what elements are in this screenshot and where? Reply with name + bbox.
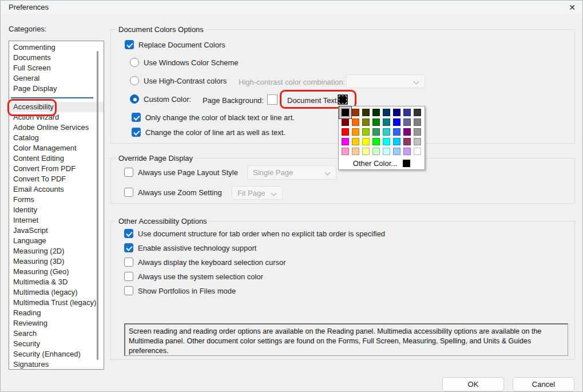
palette-swatch-0000FF[interactable] [393,118,400,126]
zoom-setting-select[interactable]: Fit Page [232,186,283,200]
sidebar-item-forms[interactable]: Forms [9,195,104,205]
sidebar-item-accessibility[interactable]: Accessibility [9,102,104,112]
palette-swatch-CCFFFF[interactable] [383,148,390,155]
palette-swatch-FF99CC[interactable] [342,148,349,155]
palette-swatch-333300[interactable] [362,109,370,116]
palette-swatch-FFFF00[interactable] [362,138,370,145]
palette-swatch-FF0000[interactable] [342,128,349,136]
sidebar-item-measuring-3d[interactable]: Measuring (3D) [9,256,104,267]
sidebar-item-javascript[interactable]: JavaScript [9,225,104,236]
palette-swatch-33CCCC[interactable] [383,128,390,136]
always-display-the-keyboard-selection-cursor-label: Always display the keyboard selection cu… [138,258,286,267]
palette-swatch-000000[interactable] [342,109,349,116]
always-display-the-keyboard-selection-cursor-checkbox[interactable] [124,258,133,267]
sidebar-item-multimedia-trust-legacy[interactable]: Multimedia Trust (legacy) [9,298,104,308]
sidebar-item-full-screen[interactable]: Full Screen [9,63,104,73]
palette-swatch-808000[interactable] [362,118,370,126]
palette-swatch-003300[interactable] [372,109,380,116]
sidebar-item-email-accounts[interactable]: Email Accounts [9,184,104,195]
sidebar-item-internet[interactable]: Internet [9,215,104,225]
palette-swatch-339966[interactable] [372,128,380,136]
palette-swatch-666699[interactable] [403,118,411,126]
palette-swatch-FFCC00[interactable] [352,138,359,145]
use-document-structure-for-tab-order-when-no-explicit-tab-order-is-specified-checkbox[interactable] [124,229,133,238]
document-text-label: Document Text: [287,96,339,105]
palette-swatch-00FF00[interactable] [372,138,380,145]
document-text-swatch[interactable] [338,94,348,105]
palette-swatch-008000[interactable] [372,118,380,126]
sidebar-item-signatures[interactable]: Signatures [9,359,104,370]
sidebar-item-language[interactable]: Language [9,236,104,246]
change-line-art-checkbox[interactable] [132,128,141,137]
sidebar-item-documents[interactable]: Documents [9,53,104,63]
sidebar-item-measuring-geo[interactable]: Measuring (Geo) [9,267,104,277]
sidebar-item-search[interactable]: Search [9,328,104,339]
palette-swatch-000080[interactable] [393,109,400,116]
always-use-zoom-label: Always use Zoom Setting [138,188,222,197]
override-title: Override Page Display [116,154,195,163]
sidebar-item-action-wizard[interactable]: Action Wizard [9,112,104,122]
palette-swatch-993300[interactable] [352,109,359,116]
palette-swatch-993366[interactable] [403,138,411,145]
sidebar-item-content-editing[interactable]: Content Editing [9,153,104,164]
palette-swatch-FFFF99[interactable] [362,148,370,155]
enable-assistive-technology-support-checkbox[interactable] [124,243,133,252]
palette-swatch-FF6600[interactable] [352,118,359,126]
always-use-the-system-selection-color-checkbox[interactable] [124,272,133,281]
palette-swatch-CC99FF[interactable] [403,148,411,155]
palette-swatch-FFFFFF[interactable] [414,148,421,155]
palette-swatch-333333[interactable] [414,109,421,116]
palette-swatch-00CCFF[interactable] [393,138,400,145]
cancel-button[interactable]: Cancel [513,377,574,391]
sidebar-item-multimedia-3d[interactable]: Multimedia & 3D [9,277,104,287]
sidebar-item-convert-to-pdf[interactable]: Convert To PDF [9,174,104,184]
palette-swatch-00FFFF[interactable] [383,138,390,145]
sidebar-item-security[interactable]: Security [9,339,104,349]
sidebar-item-reading[interactable]: Reading [9,308,104,318]
replace-document-colors-checkbox[interactable] [125,40,134,49]
palette-swatch-008080[interactable] [383,118,390,126]
palette-swatch-99CCFF[interactable] [393,148,400,155]
sidebar-item-multimedia-legacy[interactable]: Multimedia (legacy) [9,287,104,298]
palette-swatch-800080[interactable] [403,128,411,136]
sidebar-item-general[interactable]: General [9,73,104,84]
sidebar-item-commenting[interactable]: Commenting [9,42,104,53]
use-high-contrast-radio[interactable] [130,76,139,85]
custom-color-radio[interactable] [130,94,139,104]
page-layout-select[interactable]: Single Page [247,165,336,180]
palette-swatch-003366[interactable] [383,109,390,116]
close-icon[interactable]: ✕ [566,2,578,13]
palette-swatch-333399[interactable] [403,109,411,116]
palette-swatch-99CC00[interactable] [362,128,370,136]
always-use-zoom-checkbox[interactable] [124,188,133,197]
palette-swatch-FF00FF[interactable] [342,138,349,145]
only-change-black-checkbox[interactable] [132,113,141,122]
always-use-page-layout-checkbox[interactable] [124,168,133,177]
sidebar-item-catalog[interactable]: Catalog [9,133,104,143]
high-contrast-combination-select[interactable] [346,74,425,88]
listbox-scrollbar[interactable] [97,51,98,360]
ok-button[interactable]: OK [442,377,504,391]
use-windows-color-scheme-radio[interactable] [130,58,139,67]
other-color-swatch[interactable] [403,160,410,167]
sidebar-item-security-enhanced[interactable]: Security (Enhanced) [9,349,104,359]
palette-swatch-800000[interactable] [342,118,349,126]
sidebar-item-adobe-online-services[interactable]: Adobe Online Services [9,122,104,133]
sidebar-item-measuring-2d[interactable]: Measuring (2D) [9,246,104,256]
page-background-swatch[interactable] [267,94,277,105]
palette-swatch-C0C0C0[interactable] [414,138,421,145]
sidebar-item-identity[interactable]: Identity [9,205,104,215]
palette-swatch-CCFFCC[interactable] [372,148,380,155]
sidebar-item-reviewing[interactable]: Reviewing [9,318,104,328]
sidebar-item-color-management[interactable]: Color Management [9,143,104,153]
palette-swatch-FF9900[interactable] [352,128,359,136]
palette-swatch-FFCC99[interactable] [352,148,359,155]
sidebar-item-page-display[interactable]: Page Display [9,84,104,94]
palette-swatch-3366FF[interactable] [393,128,400,136]
categories-label: Categories: [9,25,46,33]
other-color-button[interactable]: Other Color... [353,159,397,168]
palette-swatch-969696[interactable] [414,128,421,136]
sidebar-item-convert-from-pdf[interactable]: Convert From PDF [9,164,104,174]
palette-swatch-808080[interactable] [414,118,421,126]
show-portfolios-in-files-mode-checkbox[interactable] [124,286,133,295]
